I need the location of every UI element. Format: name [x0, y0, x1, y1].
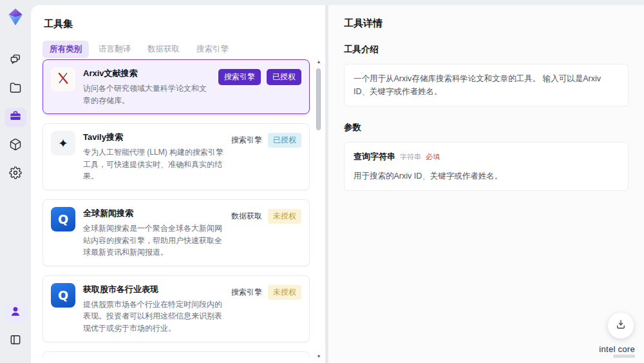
tool-status-tag: 未授权 [268, 285, 301, 300]
toolset-title: 工具集 [44, 18, 325, 30]
params-heading: 参数 [344, 122, 629, 133]
tool-icon-tile: Q [51, 283, 75, 308]
intel-core-logo: intel core [599, 344, 635, 354]
toolset-panel: 工具集 所有类别语言翻译数据获取搜索引擎 Arxiv文献搜索 访问各个研究领域大… [31, 5, 325, 363]
main-content: 工具集 所有类别语言翻译数据获取搜索引擎 Arxiv文献搜索 访问各个研究领域大… [31, 5, 644, 363]
tool-list: Arxiv文献搜索 访问各个研究领域大量科学论文和文章的存储库。 搜索引擎 已授… [43, 59, 310, 358]
tool-description: 访问各个研究领域大量科学论文和文章的存储库。 [83, 83, 211, 106]
tool-category-tag: 搜索引擎 [218, 69, 261, 85]
scrollbar-thumb[interactable] [316, 68, 321, 130]
tool-list-item[interactable]: Q 全球新闻搜索 全球新闻搜索是一个聚合全球各大新闻网站内容的搜索引擎，帮助用户… [43, 199, 310, 266]
tool-tags: 搜索引擎 未授权 [231, 283, 301, 300]
param-box: 查询字符串 字符串 必填 用于搜索的Arxiv ID、关键字或作者姓名。 [344, 142, 629, 191]
gear-icon [9, 166, 22, 182]
param-description: 用于搜索的Arxiv ID、关键字或作者姓名。 [354, 170, 619, 182]
tool-text: 全球新闻搜索 全球新闻搜索是一个聚合全球各大新闻网站内容的搜索引擎，帮助用户快速… [83, 207, 223, 259]
tool-name: 全球新闻搜索 [83, 208, 223, 219]
category-tab[interactable]: 数据获取 [140, 41, 187, 58]
tool-name: Arxiv文献搜索 [83, 68, 211, 79]
tool-list-item[interactable]: Arxiv文献搜索 访问各个研究领域大量科学论文和文章的存储库。 搜索引擎 已授… [43, 59, 310, 114]
tool-text: Tavily搜索 专为人工智能代理 (LLM) 构建的搜索引擎工具，可快速提供实… [83, 131, 223, 182]
q-logo-icon: Q [58, 288, 68, 302]
tool-tags: 搜索引擎 已授权 [218, 67, 301, 85]
scrollbar[interactable]: ▲ ▼ [315, 59, 323, 359]
tool-description: 提供股票市场各个行业在特定时间段内的表现。投资者可以利用这些信息来识别表现优于或… [83, 299, 223, 335]
sidebar-item-files[interactable] [5, 79, 26, 99]
tool-list-item[interactable]: Q 获取股市各行业表现 提供股票市场各个行业在特定时间段内的表现。投资者可以利用… [43, 275, 310, 342]
intro-heading: 工具介绍 [344, 44, 629, 55]
sidebar-item-chat[interactable] [5, 51, 26, 70]
tool-tags: 数据获取 未授权 [231, 207, 301, 224]
tool-text: Arxiv文献搜索 访问各个研究领域大量科学论文和文章的存储库。 [83, 67, 211, 106]
panel-layout-icon [9, 333, 22, 349]
sidebar-item-settings[interactable] [5, 164, 26, 184]
intel-core-badge: intel core [599, 344, 635, 358]
category-tab[interactable]: 搜索引擎 [189, 41, 236, 58]
sidebar-rail [0, 0, 31, 363]
folder-icon [9, 81, 22, 97]
toolbox-icon [9, 110, 22, 125]
tool-icon-tile: Q [51, 207, 75, 231]
tool-category-tag: 搜索引擎 [231, 135, 262, 146]
sidebar-item-packages[interactable] [5, 136, 26, 155]
sidebar-item-toggle-panel[interactable] [5, 331, 26, 351]
download-icon [615, 319, 627, 333]
intro-box: 一个用于从Arxiv存储库搜索科学论文和文章的工具。 输入可以是Arxiv ID… [344, 64, 629, 106]
param-name: 查询字符串 [354, 150, 395, 164]
tool-icon-tile [51, 67, 75, 92]
tool-icon-tile: ✦ [51, 131, 75, 155]
tool-description: 专为人工智能代理 (LLM) 构建的搜索引擎工具，可快速提供实时、准确和真实的结… [83, 146, 223, 182]
user-icon [9, 305, 22, 320]
intel-core-sub-mark [613, 355, 635, 358]
category-tabs: 所有类别语言翻译数据获取搜索引擎 [43, 41, 325, 58]
app-window: 工具集 所有类别语言翻译数据获取搜索引擎 Arxiv文献搜索 访问各个研究领域大… [0, 0, 644, 363]
param-required-badge: 必填 [426, 152, 440, 163]
category-tab[interactable]: 所有类别 [43, 41, 89, 58]
chat-icon [9, 53, 22, 68]
detail-title: 工具详情 [344, 17, 629, 30]
tool-list-item[interactable]: ✦ Tavily搜索 专为人工智能代理 (LLM) 构建的搜索引擎工具，可快速提… [43, 123, 310, 190]
tool-name: 获取股市各行业表现 [83, 284, 223, 295]
sidebar-item-toolset[interactable] [5, 108, 26, 127]
package-icon [9, 138, 22, 153]
tool-text: 获取股市各行业表现 提供股票市场各个行业在特定时间段内的表现。投资者可以利用这些… [83, 283, 223, 335]
tavily-star-icon: ✦ [58, 137, 68, 150]
tool-status-tag: 未授权 [268, 209, 301, 224]
tool-detail-panel: 工具详情 工具介绍 一个用于从Arxiv存储库搜索科学论文和文章的工具。 输入可… [328, 5, 644, 363]
tool-list-item[interactable]: Q 获取市场最活跃股票信息 提供当天交易量最高的股票列表，投资者可以利用这些信息… [43, 351, 310, 358]
tool-status-tag: 已授权 [268, 133, 301, 148]
tool-name: Tavily搜索 [83, 132, 223, 143]
q-logo-icon: Q [58, 212, 68, 226]
arxiv-logo-icon [55, 70, 71, 88]
scroll-down-arrow-icon[interactable]: ▼ [315, 354, 323, 359]
sidebar-item-account[interactable] [5, 303, 26, 322]
scroll-up-arrow-icon[interactable]: ▲ [315, 59, 323, 64]
download-button[interactable] [608, 313, 634, 338]
app-logo-icon [5, 6, 26, 27]
param-type: 字符串 [400, 152, 421, 163]
tool-tags: 搜索引擎 已授权 [231, 131, 301, 148]
tool-category-tag: 搜索引擎 [231, 287, 262, 298]
tool-category-tag: 数据获取 [231, 211, 262, 222]
tool-status-tag: 已授权 [267, 69, 301, 85]
tool-description: 全球新闻搜索是一个聚合全球各大新闻网站内容的搜索引擎，帮助用户快速获取全球最新资… [83, 222, 223, 259]
category-tab[interactable]: 语言翻译 [91, 41, 138, 58]
